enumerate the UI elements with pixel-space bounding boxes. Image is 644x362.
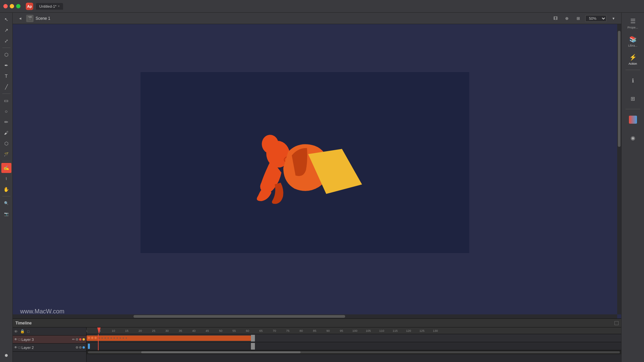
layer-2-dot1 [76,346,78,349]
timeline-scroll-thumb[interactable] [141,351,301,353]
bottom-tool[interactable]: ⬢ [1,350,11,360]
close-button[interactable] [3,4,8,8]
tool-separator-1 [2,48,10,48]
camera-tool[interactable]: 📷 [1,209,11,219]
layer-2-dot3 [83,346,85,349]
bone-tool[interactable]: ⌇ [1,174,11,184]
properties-label: Prope... [628,26,638,29]
end-marker-2 [251,343,255,350]
active-pen-tool[interactable]: ✍ [1,163,11,173]
zoom-select[interactable]: 25% 50% 75% 100% [585,15,606,22]
document-tab[interactable]: Untitled-1* × [36,3,63,10]
eye-btn[interactable]: ◉ [624,129,642,146]
zoom-tool[interactable]: 🔍 [1,198,11,208]
back-nav-btn[interactable]: ◂ [16,14,24,22]
v-scrollbar-thumb[interactable] [618,31,621,147]
pencil-tool[interactable]: ✏ [1,117,11,127]
left-toolbar: ↖ ↗ ⤢ ⬡ ✒ T ╱ ▭ ○ ✏ 🖌 ⬡ 🪄 ✍ ⌇ ✋ 🔍 📷 ⬢ [0,13,13,362]
layer-3-name: Layer 3 [21,338,71,342]
transform-tool[interactable]: ⤢ [1,36,11,46]
oval-tool[interactable]: ○ [1,106,11,116]
tool-separator-3 [2,161,10,161]
titlebar: Ap Untitled-1* × [0,0,644,13]
action-icon: ⚡ [629,54,637,61]
properties-icon: ☰ [630,17,636,25]
properties-btn[interactable]: ☰ Prope... [624,14,642,32]
frame-num-45: 45 [206,329,209,333]
traffic-lights [3,4,20,8]
timeline-layers: 👁 🔒 □ 👁 □ Layer 3 ✏ [13,327,87,362]
eyedropper[interactable]: 🪄 [1,149,11,159]
tab-close-btn[interactable]: × [58,4,60,8]
canvas-area[interactable] [13,24,621,318]
magnet-btn[interactable]: ⊕ [562,14,571,23]
align-btn[interactable]: ⊞ [624,90,642,107]
paint-bucket[interactable]: ⬡ [1,138,11,148]
subselection-tool[interactable]: ↗ [1,25,11,35]
frame-icon-btn[interactable]: 🎞 [551,14,560,23]
grid-btn[interactable]: ⊞ [574,14,583,23]
frame-num-15: 15 [125,329,128,333]
frame-num-35: 35 [179,329,182,333]
layer-3-edit-icon[interactable]: ✏ [72,338,75,341]
layer-3-icon: □ [18,338,20,341]
timeline-frames[interactable]: 1 5 10 15 20 25 30 35 40 45 50 55 60 65 [87,327,621,362]
layer-2-track[interactable] [87,342,621,350]
layer-vis-icon[interactable]: 👁 [14,338,17,341]
maximize-button[interactable] [16,4,20,8]
layer-2-kf [88,344,90,349]
minimize-button[interactable] [10,4,14,8]
eye-icon: ◉ [631,135,635,141]
right-separator-2 [626,109,640,109]
timeline-options-btn[interactable] [614,321,619,325]
frame-num-85: 85 [313,329,316,333]
frame-num-95: 95 [340,329,343,333]
canvas-scrollbar-v[interactable] [617,24,621,314]
frame-num-30: 30 [165,329,169,333]
action-label: Action [629,62,637,65]
timeline: Timeline 👁 🔒 □ 👁 □ Layer 3 [13,318,621,362]
frame-num-50: 50 [219,329,222,333]
scene-toolbar: ◂ 🎬 Scene 1 🎞 ⊕ ⊞ 25% 50% 75% 100% ▾ [13,13,621,24]
toolbar-right: 🎞 ⊕ ⊞ 25% 50% 75% 100% ▾ [551,14,618,23]
rect-tool[interactable]: ▭ [1,96,11,106]
frame-num-65: 65 [259,329,263,333]
zoom-dropdown-btn[interactable]: ▾ [609,14,618,23]
layer-2-row[interactable]: 👁 □ Layer 2 [13,344,86,352]
frame-num-20: 20 [139,329,142,333]
frame-num-105: 105 [366,329,371,333]
timeline-header: Timeline [13,319,621,327]
playhead-line [98,334,99,350]
frame-num-60: 60 [246,329,249,333]
brush-tool[interactable]: 🖌 [1,128,11,138]
frame-num-55: 55 [232,329,236,333]
stage-canvas[interactable] [141,72,469,253]
canvas-scrollbar-h[interactable] [13,314,617,318]
layer-vis-icon-2[interactable]: 👁 [14,346,17,349]
layer-3-track[interactable] [87,334,621,342]
timeline-title: Timeline [15,321,32,325]
frame-num-10: 10 [112,329,115,333]
timeline-content: 👁 🔒 □ 👁 □ Layer 3 ✏ [13,327,621,362]
text-tool[interactable]: T [1,71,11,81]
pen-tool[interactable]: ✒ [1,60,11,70]
timeline-scrollbar[interactable] [87,350,621,354]
frame-num-40: 40 [192,329,196,333]
scene-icon: 🎬 [26,15,34,22]
frame-numbers: 1 5 10 15 20 25 30 35 40 45 50 55 60 65 [87,327,621,334]
h-scrollbar-thumb[interactable] [133,315,345,318]
line-tool[interactable]: ╱ [1,82,11,92]
layer-2-icon: □ [18,346,20,349]
frame-num-115: 115 [392,329,397,333]
lasso-tool[interactable]: ⬡ [1,50,11,60]
right-panel: ☰ Prope... 📚 Libra... ⚡ Action ℹ ⊞ ◉ [621,13,644,362]
timeline-scroll-track[interactable] [88,351,620,353]
layer-3-dot1 [76,338,78,341]
library-btn[interactable]: 📚 Libra... [624,33,642,50]
selection-tool[interactable]: ↖ [1,14,11,24]
layer-3-row[interactable]: 👁 □ Layer 3 ✏ [13,336,86,344]
hand-tool[interactable]: ✋ [1,184,11,194]
color-swatch-btn[interactable] [624,111,642,128]
action-btn[interactable]: ⚡ Action [624,51,642,68]
info-btn[interactable]: ℹ [624,72,642,89]
